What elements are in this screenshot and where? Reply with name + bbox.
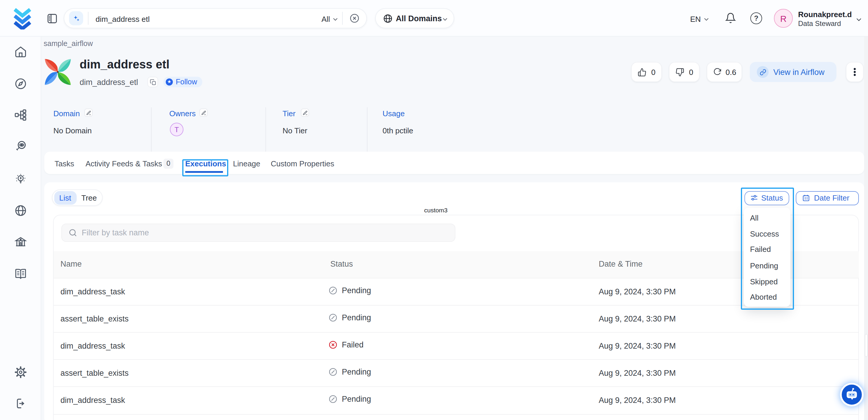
task-name[interactable]: dim_address_task — [60, 287, 125, 296]
chat-bot-button[interactable] — [840, 383, 864, 407]
app-logo[interactable] — [12, 7, 32, 30]
chevron-down-icon — [332, 16, 339, 22]
help-icon[interactable]: ? — [750, 12, 762, 24]
pending-icon — [328, 286, 337, 295]
tab-activity-feeds[interactable]: Activity Feeds & Tasks — [86, 159, 162, 168]
kebab-menu-icon — [850, 67, 859, 77]
search-scope-select[interactable]: All — [321, 14, 330, 23]
status-cell: Pending — [328, 313, 371, 322]
executions-tab-highlight-box — [182, 159, 228, 176]
task-name[interactable]: dim_address_task — [60, 395, 125, 404]
row-divider — [53, 414, 859, 414]
edit-tier-button[interactable] — [301, 109, 309, 117]
settings-gear-icon[interactable] — [14, 366, 27, 379]
date-filter-button[interactable]: Date Filter — [796, 191, 859, 205]
row-divider — [53, 277, 859, 278]
chevron-down-icon — [442, 16, 448, 22]
govern-bank-icon[interactable] — [14, 236, 27, 249]
edit-domain-button[interactable] — [84, 109, 93, 117]
insights-lightbulb-icon[interactable] — [14, 173, 27, 186]
view-in-airflow-button[interactable]: View in Airflow — [750, 62, 836, 82]
tab-lineage[interactable]: Lineage — [233, 159, 260, 168]
divider — [266, 107, 266, 154]
search-input[interactable]: dim_address etl — [96, 14, 150, 23]
domain-value: No Domain — [53, 126, 92, 135]
chevron-down-icon[interactable] — [855, 16, 862, 23]
divider — [367, 107, 368, 154]
tree-view-button[interactable]: Tree — [79, 191, 100, 204]
ai-search-icon[interactable] — [69, 11, 83, 25]
entity-name: dim_address_etl — [80, 78, 138, 86]
executions-table-container — [53, 214, 859, 420]
link-icon — [757, 66, 769, 78]
clear-search-icon[interactable] — [349, 13, 360, 24]
usage-label: Usage — [382, 109, 405, 118]
airflow-logo — [42, 57, 73, 87]
execution-date: Aug 9, 2024, 3:30 PM — [599, 395, 676, 404]
version-history-icon — [713, 68, 721, 76]
home-icon[interactable] — [14, 46, 27, 58]
tab-custom-properties[interactable]: Custom Properties — [271, 159, 334, 168]
follow-button[interactable]: ★ Follow — [163, 77, 202, 87]
status-cell: Pending — [328, 395, 371, 403]
language-selector[interactable]: EN — [690, 14, 701, 23]
search-divider — [88, 12, 89, 25]
custom-property-label: custom3 — [424, 206, 447, 214]
status-cell: Pending — [328, 367, 371, 376]
failed-icon — [328, 340, 337, 349]
upvote-button[interactable]: 0 — [631, 62, 662, 82]
tab-tasks[interactable]: Tasks — [55, 159, 74, 168]
user-avatar[interactable]: R — [774, 9, 793, 28]
downvote-button[interactable]: 0 — [669, 62, 700, 82]
owner-avatar[interactable]: T — [170, 123, 183, 136]
task-filter-input[interactable]: Filter by task name — [61, 223, 455, 242]
lineage-flow-icon[interactable] — [14, 109, 27, 121]
search-icon — [68, 228, 77, 237]
scrollbar-track — [864, 36, 868, 420]
row-divider — [53, 359, 859, 360]
star-icon: ★ — [166, 79, 173, 86]
status-cell: Pending — [328, 286, 371, 295]
table-header — [53, 251, 859, 277]
domains-globe-icon[interactable] — [14, 204, 27, 217]
owners-label[interactable]: Owners — [169, 109, 196, 118]
chevron-down-icon — [703, 16, 710, 22]
execution-date: Aug 9, 2024, 3:30 PM — [599, 287, 676, 296]
list-view-button[interactable]: List — [54, 191, 76, 204]
activity-count-badge: 0 — [163, 158, 174, 169]
task-name[interactable]: dim_address_task — [60, 341, 125, 350]
sidebar-toggle-icon[interactable] — [46, 13, 58, 24]
tier-label[interactable]: Tier — [283, 109, 296, 118]
execution-date: Aug 9, 2024, 3:30 PM — [599, 314, 676, 323]
glossary-book-icon[interactable] — [14, 267, 27, 280]
observability-search-icon[interactable] — [14, 140, 27, 153]
domain-label[interactable]: Domain — [53, 109, 80, 118]
breadcrumb[interactable]: sample_airflow — [44, 39, 93, 48]
edit-owners-button[interactable] — [199, 109, 208, 117]
more-options-button[interactable] — [846, 62, 864, 82]
notifications-bell-icon[interactable] — [725, 12, 736, 24]
pending-icon — [328, 395, 337, 403]
scrollbar-thumb[interactable] — [864, 334, 867, 357]
execution-date: Aug 9, 2024, 3:30 PM — [599, 368, 676, 377]
task-name[interactable]: assert_table_exists — [60, 314, 129, 323]
calendar-icon — [802, 194, 810, 202]
execution-date: Aug 9, 2024, 3:30 PM — [599, 341, 676, 350]
copy-name-button[interactable] — [148, 77, 158, 87]
column-header-status: Status — [330, 260, 353, 268]
row-divider — [53, 305, 859, 305]
user-name: Rounakpreet.d — [798, 10, 852, 19]
tier-value: No Tier — [283, 126, 307, 135]
row-divider — [53, 387, 859, 387]
column-header-name: Name — [60, 260, 82, 268]
status-cell: Failed — [328, 340, 364, 349]
search-divider-2 — [342, 12, 343, 25]
explore-compass-icon[interactable] — [14, 77, 27, 90]
domain-selector-label: All Domains — [396, 14, 442, 23]
thumbs-up-icon — [638, 67, 647, 77]
divider — [151, 107, 152, 154]
logout-icon[interactable] — [14, 397, 27, 410]
version-button[interactable]: 0.6 — [707, 62, 742, 82]
task-name[interactable]: assert_table_exists — [60, 368, 129, 377]
user-role: Data Steward — [798, 20, 841, 28]
